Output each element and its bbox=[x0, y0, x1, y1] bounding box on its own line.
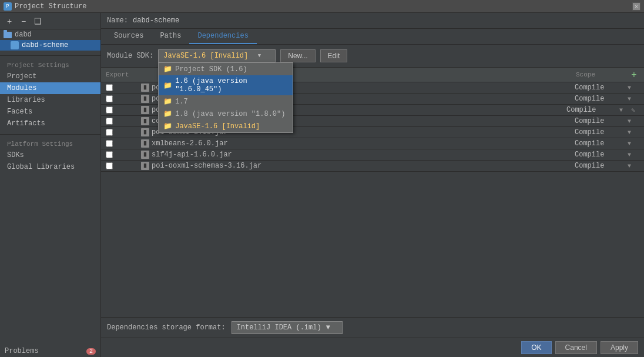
dropdown-item-project-sdk[interactable]: 📁 Project SDK (1.6) bbox=[159, 63, 293, 75]
tab-paths[interactable]: Paths bbox=[152, 29, 189, 44]
scope-dropdown-icon-0[interactable]: ▼ bbox=[628, 85, 639, 91]
folder-icon: 📁 bbox=[163, 97, 172, 106]
edit-icon-2[interactable]: ✎ bbox=[631, 106, 639, 114]
row-checkbox-1[interactable] bbox=[106, 95, 113, 102]
scope-dropdown-icon-6[interactable]: ▼ bbox=[628, 152, 639, 158]
problems-label: Problems bbox=[5, 347, 39, 355]
row-name-6: ▐▌ slf4j-api-1.6.0.jar bbox=[141, 151, 575, 159]
close-button[interactable]: ✕ bbox=[632, 2, 640, 11]
scope-dropdown-icon-5[interactable]: ▼ bbox=[628, 141, 639, 147]
tab-dependencies[interactable]: Dependencies bbox=[189, 29, 256, 44]
sidebar-item-label: Facets bbox=[7, 108, 32, 116]
folder-icon bbox=[4, 32, 12, 38]
platform-settings-label: Platform Settings bbox=[0, 137, 100, 149]
dropdown-item-label: Project SDK (1.6) bbox=[175, 65, 247, 74]
jar-icon: ▐▌ bbox=[141, 128, 149, 136]
folder-icon: 📁 bbox=[163, 122, 172, 131]
name-bar: Name: dabd-scheme bbox=[101, 13, 644, 29]
copy-module-button[interactable]: ❑ bbox=[32, 16, 43, 26]
sdk-dropdown[interactable]: JavaSE-1.6 [Invalid] ▼ bbox=[158, 49, 276, 62]
remove-module-button[interactable]: − bbox=[18, 16, 29, 26]
tab-sources[interactable]: Sources bbox=[106, 29, 152, 44]
sidebar-item-label: SDKs bbox=[7, 151, 24, 159]
table-row: ▐▌ slf4j-api-1.6.0.jar Compile ▼ bbox=[101, 149, 644, 161]
sidebar-item-facets[interactable]: Facets bbox=[0, 106, 100, 118]
row-name-7: ▐▌ poi-ooxml-schemas-3.16.jar bbox=[141, 162, 575, 170]
chevron-down-icon: ▼ bbox=[326, 323, 330, 332]
problems-badge: 2 bbox=[86, 348, 96, 355]
dropdown-item-18[interactable]: 📁 1.8 (java version "1.8.0") bbox=[159, 108, 293, 120]
scope-dropdown-icon-7[interactable]: ▼ bbox=[628, 163, 639, 169]
dropdown-item-invalid[interactable]: 📁 JavaSE-1.6 [Invalid] bbox=[159, 120, 293, 132]
sidebar-item-global-libraries[interactable]: Global Libraries bbox=[0, 161, 100, 173]
title-bar: P Project Structure ✕ bbox=[0, 0, 644, 13]
main-container: + − ❑ dabd dabd-scheme Project Settings … bbox=[0, 13, 644, 357]
storage-label: Dependencies storage format: bbox=[107, 323, 226, 332]
row-scope-4: Compile bbox=[575, 128, 628, 136]
sdk-row: Module SDK: JavaSE-1.6 [Invalid] ▼ 📁 Pro… bbox=[101, 45, 644, 68]
row-scope-1: Compile bbox=[575, 95, 628, 103]
title-bar-left: P Project Structure bbox=[4, 2, 86, 11]
dropdown-item-16[interactable]: 📁 1.6 (java version "1.6.0_45") bbox=[159, 75, 293, 95]
sdk-edit-button[interactable]: Edit bbox=[320, 49, 348, 62]
col-export-header: Export bbox=[106, 71, 141, 78]
tree-node-dabd-scheme[interactable]: dabd-scheme bbox=[0, 40, 100, 51]
row-checkbox-5[interactable] bbox=[106, 140, 113, 147]
ok-button[interactable]: OK bbox=[521, 341, 551, 354]
sidebar-item-artifacts[interactable]: Artifacts bbox=[0, 118, 100, 129]
bottom-bar: Dependencies storage format: IntelliJ ID… bbox=[101, 317, 644, 338]
scope-dropdown-icon-3[interactable]: ▼ bbox=[628, 118, 639, 125]
add-dependency-button[interactable]: + bbox=[629, 69, 639, 80]
storage-value: IntelliJ IDEA (.iml) bbox=[237, 323, 321, 332]
folder-icon: 📁 bbox=[163, 65, 172, 74]
sidebar-item-modules[interactable]: Modules bbox=[0, 82, 100, 94]
jar-icon: ▐▌ bbox=[141, 84, 149, 92]
row-checkbox-6[interactable] bbox=[106, 151, 113, 158]
sidebar-item-project[interactable]: Project bbox=[0, 71, 100, 82]
row-check-3 bbox=[106, 118, 141, 125]
app-icon: P bbox=[4, 2, 12, 11]
row-checkbox-3[interactable] bbox=[106, 118, 113, 125]
dropdown-item-label: 1.8 (java version "1.8.0") bbox=[175, 110, 285, 118]
sidebar-item-label: Global Libraries bbox=[7, 163, 75, 171]
row-scope-2: Compile bbox=[566, 106, 619, 114]
dropdown-item-label: JavaSE-1.6 [Invalid] bbox=[175, 122, 260, 131]
dropdown-item-label: 1.7 bbox=[175, 98, 188, 106]
apply-button[interactable]: Apply bbox=[601, 341, 638, 354]
row-scope-7: Compile bbox=[575, 162, 628, 170]
name-value: dabd-scheme bbox=[133, 16, 179, 25]
row-check-5 bbox=[106, 140, 141, 147]
tree-node-label: dabd-scheme bbox=[22, 41, 68, 49]
dropdown-item-17[interactable]: 📁 1.7 bbox=[159, 95, 293, 108]
storage-dropdown[interactable]: IntelliJ IDEA (.iml) ▼ bbox=[232, 321, 343, 334]
row-check-2 bbox=[106, 106, 141, 114]
sidebar-item-libraries[interactable]: Libraries bbox=[0, 94, 100, 106]
sidebar-item-label: Modules bbox=[7, 84, 36, 92]
row-scope-3: Compile bbox=[575, 117, 628, 125]
cancel-button[interactable]: Cancel bbox=[555, 341, 597, 354]
folder-icon: 📁 bbox=[163, 109, 172, 118]
name-label: Name: bbox=[107, 16, 128, 25]
sdk-dropdown-popup: 📁 Project SDK (1.6) 📁 1.6 (java version … bbox=[158, 62, 293, 133]
row-check-4 bbox=[106, 129, 141, 136]
sidebar-item-label: Artifacts bbox=[7, 119, 45, 128]
row-checkbox-0[interactable] bbox=[106, 84, 113, 91]
sidebar-item-problems[interactable]: Problems 2 bbox=[0, 345, 100, 357]
tree-node-dabd[interactable]: dabd bbox=[0, 29, 100, 40]
row-scope-0: Compile bbox=[575, 84, 628, 92]
row-checkbox-4[interactable] bbox=[106, 129, 113, 136]
row-checkbox-2[interactable] bbox=[106, 106, 113, 114]
table-row: ▐▌ poi-ooxml-schemas-3.16.jar Compile ▼ bbox=[101, 161, 644, 172]
sidebar-item-sdks[interactable]: SDKs bbox=[0, 149, 100, 161]
tree-node-label: dabd bbox=[15, 31, 32, 39]
add-module-button[interactable]: + bbox=[4, 16, 15, 26]
dropdown-item-label: 1.6 (java version "1.6.0_45") bbox=[175, 77, 288, 94]
sdk-selected-value: JavaSE-1.6 [Invalid] bbox=[163, 52, 248, 60]
scope-dropdown-icon-2[interactable]: ▼ bbox=[619, 107, 631, 114]
scope-dropdown-icon-4[interactable]: ▼ bbox=[628, 129, 639, 136]
sidebar-toolbar: + − ❑ bbox=[0, 13, 100, 29]
row-checkbox-7[interactable] bbox=[106, 162, 113, 169]
sdk-new-button[interactable]: New... bbox=[280, 49, 315, 62]
scope-dropdown-icon-1[interactable]: ▼ bbox=[628, 96, 639, 102]
window-title: Project Structure bbox=[15, 2, 86, 11]
